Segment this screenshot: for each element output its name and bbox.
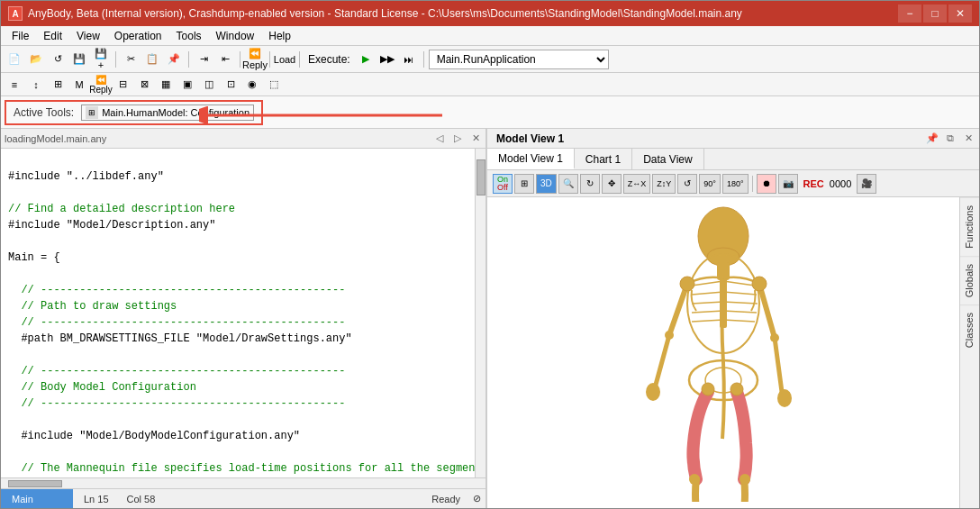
editor-nav-right[interactable]: ▷ — [451, 132, 464, 145]
scrollbar-thumb[interactable] — [476, 159, 485, 195]
menu-window[interactable]: Window — [209, 26, 262, 45]
active-tools-tag[interactable]: ⊞ Main.HumanModel: Configuration — [81, 105, 254, 121]
tb2-btn-6[interactable]: ⊠ — [134, 75, 154, 95]
menu-tools[interactable]: Tools — [169, 26, 209, 45]
tb2-btn-5[interactable]: ⊟ — [113, 75, 132, 95]
svg-point-33 — [680, 277, 694, 291]
code-editor[interactable]: #include "../libdef.any" // Find a detai… — [1, 149, 485, 477]
unindent-button[interactable]: ⇤ — [215, 50, 235, 69]
status-bar: Main Ln 15 Col 58 Ready ⊘ — [1, 488, 485, 508]
app-icon: A — [8, 6, 23, 21]
close-button[interactable]: ✕ — [948, 5, 972, 23]
functions-panel-tab[interactable]: Functions — [960, 197, 979, 256]
tb2-btn-12[interactable]: ⬚ — [264, 75, 284, 95]
indent-button[interactable]: ⇥ — [194, 50, 213, 69]
play-end-button[interactable]: ⏭ — [399, 50, 419, 69]
globals-panel-tab[interactable]: Globals — [960, 256, 979, 304]
editor-close[interactable]: ✕ — [469, 132, 482, 145]
view-panel-close[interactable]: ✕ — [961, 132, 975, 146]
record-button[interactable]: ⏺ — [757, 174, 776, 194]
classes-panel-tab[interactable]: Classes — [960, 304, 979, 355]
status-ready: Ready — [431, 494, 467, 504]
toggle-on-off-button[interactable]: On Off — [493, 174, 513, 194]
tb2-btn-8[interactable]: ▣ — [177, 75, 197, 95]
maximize-button[interactable]: □ — [923, 5, 947, 23]
tb2-btn-11[interactable]: ◉ — [242, 75, 262, 95]
copy-button[interactable]: 📋 — [142, 50, 162, 69]
status-ln: Ln 15 — [84, 494, 109, 504]
view-mode-button[interactable]: ⊞ — [514, 174, 534, 194]
tab-data-view[interactable]: Data View — [632, 149, 703, 169]
replay-button[interactable]: ⏪ Reply — [245, 50, 265, 69]
svg-line-11 — [723, 281, 755, 286]
svg-line-8 — [692, 302, 723, 304]
separator-5 — [299, 51, 300, 68]
menu-edit[interactable]: Edit — [36, 26, 69, 45]
view-panel: Model View 1 📌 ⧉ ✕ Model View 1 Chart 1 … — [487, 129, 979, 508]
svg-line-10 — [692, 320, 723, 322]
minimize-button[interactable]: − — [898, 5, 921, 23]
play-fast-button[interactable]: ▶▶ — [377, 50, 397, 69]
editor-scrollbar-v[interactable] — [475, 149, 485, 477]
view-180-button[interactable]: 180° — [722, 174, 749, 194]
separator-6 — [423, 51, 424, 68]
title-bar: A AnyBody, Beta (Internal version), Cras… — [1, 1, 979, 26]
zoom-button[interactable]: 🔍 — [558, 174, 578, 194]
editor-scrollbar-h[interactable] — [1, 477, 485, 488]
save-all-button[interactable]: 💾+ — [91, 50, 111, 69]
camera-button[interactable]: 🎥 — [857, 174, 876, 194]
skeleton-3d-view[interactable] — [487, 197, 959, 508]
svg-line-19 — [669, 284, 687, 335]
tb2-btn-replay[interactable]: ⏪ Reply — [91, 75, 111, 95]
tb2-btn-1[interactable]: ≡ — [5, 75, 24, 95]
svg-line-20 — [656, 335, 669, 385]
view-panel-header: Model View 1 📌 ⧉ ✕ — [487, 129, 979, 149]
save-button[interactable]: 💾 — [69, 50, 89, 69]
view-toolbar: On Off ⊞ 3D 🔍 ↻ ✥ Z↔X Z↕Y ↺ 90° 180° ⏺ 📷… — [487, 170, 979, 197]
rotate-button[interactable]: ↻ — [580, 174, 600, 194]
view-panel-float[interactable]: ⧉ — [943, 132, 957, 146]
tb2-btn-9[interactable]: ◫ — [199, 75, 219, 95]
play-button[interactable]: ▶ — [356, 50, 376, 69]
editor-header: loadingModel.main.any ◁ ▷ ✕ — [1, 129, 485, 149]
menu-operation[interactable]: Operation — [107, 26, 169, 45]
menu-help[interactable]: Help — [261, 26, 298, 45]
tb2-btn-2[interactable]: ↕ — [26, 75, 46, 95]
editor-nav-left[interactable]: ◁ — [433, 132, 446, 145]
view-3d-button[interactable]: 3D — [536, 174, 557, 194]
new-button[interactable]: 📄 — [5, 50, 24, 69]
tb2-btn-4[interactable]: M — [69, 75, 89, 95]
paste-button[interactable]: 📌 — [164, 50, 184, 69]
status-resize-icon: ⊘ — [467, 490, 485, 508]
view-panel-pin[interactable]: 📌 — [925, 132, 939, 146]
screenshot-button[interactable]: 📷 — [778, 174, 798, 194]
app-window: A AnyBody, Beta (Internal version), Cras… — [0, 0, 980, 509]
separator-1 — [115, 51, 116, 68]
tb2-btn-7[interactable]: ▦ — [156, 75, 176, 95]
cut-button[interactable]: ✂ — [121, 50, 141, 69]
active-tools-box: Active Tools: ⊞ Main.HumanModel: Configu… — [5, 100, 263, 125]
tab-chart[interactable]: Chart 1 — [575, 149, 632, 169]
rotate-ccw-button[interactable]: ↺ — [677, 174, 697, 194]
separator-3 — [240, 51, 240, 68]
svg-point-30 — [740, 474, 750, 485]
tab-model-view[interactable]: Model View 1 — [487, 149, 575, 169]
pan-button[interactable]: ✥ — [602, 174, 622, 194]
load-button[interactable]: Load — [275, 50, 295, 69]
menu-file[interactable]: File — [5, 26, 36, 45]
run-application-dropdown[interactable]: Main.RunApplication — [429, 50, 609, 69]
zoom-x-button[interactable]: Z↔X — [623, 174, 651, 194]
reload-button[interactable]: ↺ — [48, 50, 68, 69]
tb2-btn-3[interactable]: ⊞ — [48, 75, 68, 95]
svg-line-14 — [723, 311, 757, 313]
menu-view[interactable]: View — [69, 26, 107, 45]
editor-controls: ◁ ▷ ✕ — [433, 132, 482, 145]
tb2-btn-10[interactable]: ⊡ — [221, 75, 240, 95]
open-button[interactable]: 📂 — [26, 50, 46, 69]
svg-line-6 — [692, 281, 723, 286]
window-controls: − □ ✕ — [898, 5, 972, 23]
view-90-button[interactable]: 90° — [699, 174, 721, 194]
zoom-y-button[interactable]: Z↕Y — [652, 174, 676, 194]
skeleton-svg — [611, 205, 836, 502]
code-content[interactable]: #include "../libdef.any" // Find a detai… — [1, 149, 475, 477]
